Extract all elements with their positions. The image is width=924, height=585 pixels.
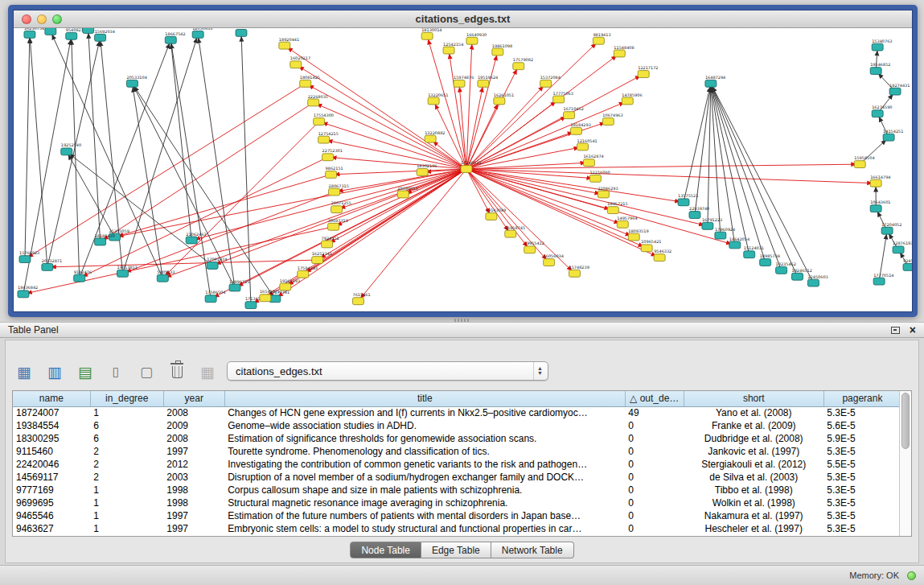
table-vertical-scrollbar[interactable]: [899, 391, 911, 536]
graph-node[interactable]: 16614794: [870, 175, 890, 187]
float-panel-icon[interactable]: [891, 327, 900, 334]
graph-node[interactable]: 11548408: [614, 45, 634, 57]
table-row[interactable]: 969969511998Structural magnetic resonanc…: [13, 496, 899, 509]
graph-node[interactable]: 10643601: [870, 200, 890, 212]
graph-node[interactable]: 12160541: [577, 138, 597, 150]
graph-node[interactable]: 5905133: [157, 270, 175, 282]
table-cell[interactable]: 5.3E-5: [823, 496, 899, 509]
network-window-titlebar[interactable]: citations_edges.txt: [14, 10, 912, 28]
table-cell[interactable]: 22420046: [13, 458, 90, 471]
graph-node[interactable]: 16487294: [705, 75, 725, 87]
graph-node[interactable]: 19955412: [524, 241, 544, 253]
table-cell[interactable]: 0: [625, 419, 684, 432]
table-cell[interactable]: Tibbo et al. (1998): [684, 484, 823, 496]
graph-node[interactable]: 15766923: [19, 250, 39, 262]
table-cell[interactable]: 1997: [163, 522, 224, 535]
graph-node[interactable]: 16640930: [466, 32, 487, 44]
table-cell[interactable]: 0: [625, 484, 684, 496]
table-cell[interactable]: Stergiakouli et al. (2012): [684, 458, 823, 471]
table-cell[interactable]: 14569117: [13, 471, 90, 484]
table-row[interactable]: 977716911998Corpus callosum shape and si…: [13, 484, 899, 496]
graph-node[interactable]: 12217172: [638, 65, 658, 77]
graph-edge[interactable]: [235, 169, 466, 287]
table-cell[interactable]: Corpus callosum shape and size in male p…: [224, 484, 625, 496]
table-cell[interactable]: 5.6E-5: [823, 419, 899, 432]
graph-node[interactable]: 19546852: [870, 62, 890, 74]
table-source-select[interactable]: citations_edges.txt ▲▼: [227, 361, 548, 381]
graph-node[interactable]: 16274590: [872, 105, 892, 117]
graph-edge[interactable]: [466, 101, 627, 169]
graph-node[interactable]: 18274431: [889, 83, 910, 95]
graph-edge[interactable]: [466, 169, 876, 183]
graph-node[interactable]: 9546332: [654, 249, 671, 261]
table-cell[interactable]: 1998: [163, 484, 224, 496]
table-cell[interactable]: 5.3E-5: [823, 509, 899, 522]
table-cell[interactable]: 1: [90, 406, 163, 419]
graph-edge[interactable]: [67, 151, 115, 237]
graph-node[interactable]: 22752301: [322, 148, 343, 160]
column-header-title[interactable]: title: [224, 391, 625, 406]
network-canvas[interactable]: 1623675418234432954082115692034201138761…: [14, 28, 912, 311]
close-panel-icon[interactable]: ×: [910, 324, 916, 336]
graph-node[interactable]: 17586504: [205, 290, 225, 302]
graph-edge[interactable]: [331, 169, 466, 175]
graph-node[interactable]: 14154251: [883, 129, 903, 141]
table-row[interactable]: 1938455462009Genome–wide association stu…: [13, 419, 899, 432]
table-cell[interactable]: 5.9E-5: [823, 432, 899, 445]
graph-edge[interactable]: [132, 84, 162, 278]
table-cell[interactable]: Genome–wide association studies in ADHD.: [224, 419, 625, 432]
table-cell[interactable]: 1: [90, 484, 163, 496]
table-cell[interactable]: Franke et al. (2009): [684, 419, 823, 432]
graph-edge[interactable]: [101, 102, 314, 241]
graph-node[interactable]: 9862151: [326, 166, 343, 178]
graph-node[interactable]: 15974876: [454, 75, 474, 87]
tab-network-table[interactable]: Network Table: [491, 542, 574, 558]
graph-node[interactable]: 28067315: [329, 183, 349, 196]
graph-node[interactable]: 16261051: [494, 93, 514, 105]
table-cell[interactable]: 0: [625, 458, 684, 471]
graph-node[interactable]: 19519624: [478, 75, 498, 87]
table-cell[interactable]: 1: [90, 496, 163, 509]
graph-node[interactable]: 9245084: [903, 258, 912, 270]
table-cell[interactable]: 2: [90, 458, 163, 471]
graph-edge[interactable]: [466, 84, 483, 169]
table-cell[interactable]: 0: [625, 445, 684, 458]
graph-node[interactable]: 9540821: [66, 28, 84, 39]
graph-node[interactable]: 18920441: [279, 37, 299, 49]
graph-node[interactable]: 15340763: [872, 39, 892, 51]
graph-node[interactable]: 12050633: [192, 28, 212, 38]
graph-node[interactable]: 15692034: [95, 29, 115, 41]
graph-node[interactable]: 13575521: [678, 193, 698, 205]
table-cell[interactable]: 5.3E-5: [823, 406, 899, 419]
table-cell[interactable]: 5.3E-5: [823, 484, 899, 496]
graph-node[interactable]: 16020217: [290, 56, 310, 68]
graph-node[interactable]: 18667542: [165, 31, 185, 43]
table-row[interactable]: 1872400712008Changes of HCN gene express…: [13, 406, 899, 419]
column-header-name[interactable]: name: [13, 391, 90, 406]
table-cell[interactable]: 9463627: [13, 522, 90, 535]
graph-edge[interactable]: [47, 38, 101, 267]
graph-edge[interactable]: [319, 122, 466, 169]
table-cell[interactable]: 5.3E-5: [823, 445, 899, 458]
graph-node[interactable]: 17351904: [236, 28, 256, 36]
graph-edge[interactable]: [466, 74, 643, 169]
graph-node[interactable]: 16162874: [583, 154, 603, 166]
graph-node[interactable]: 15958504: [854, 155, 874, 167]
delete-table-icon[interactable]: [166, 361, 187, 382]
table-cell[interactable]: 2003: [163, 471, 224, 484]
column-header-pagerank[interactable]: pagerank: [823, 391, 899, 406]
table-cell[interactable]: 18300295: [13, 432, 90, 445]
graph-edge[interactable]: [466, 169, 684, 202]
graph-node[interactable]: 17204052: [881, 222, 901, 234]
table-settings-icon[interactable]: ▦: [14, 361, 35, 382]
table-cell[interactable]: 9699695: [13, 496, 90, 509]
graph-edge[interactable]: [684, 84, 711, 202]
table-cell[interactable]: Nakamura et al. (1997): [684, 509, 823, 522]
graph-edge[interactable]: [466, 164, 860, 169]
graph-edge[interactable]: [241, 33, 251, 305]
graph-node[interactable]: 20732871: [42, 258, 62, 270]
graph-edge[interactable]: [170, 40, 191, 241]
graph-node[interactable]: 17770514: [873, 273, 893, 285]
table-cell[interactable]: Investigating the contribution of common…: [224, 458, 625, 471]
table-cell[interactable]: 5.3E-5: [823, 471, 899, 484]
